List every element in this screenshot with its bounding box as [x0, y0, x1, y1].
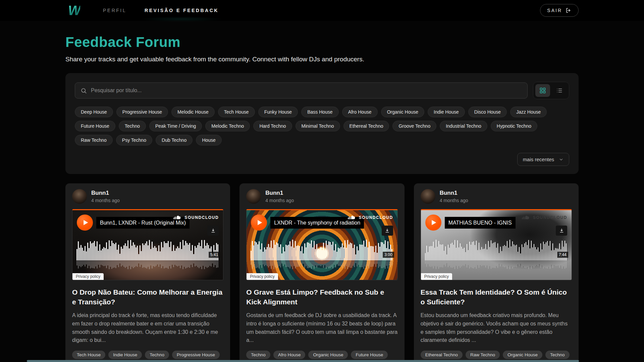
post-description: A ideia principal do track é forte, mas … [72, 311, 223, 345]
post-title[interactable]: O Grave Está Limpo? Feedback no Sub e Ki… [246, 288, 397, 307]
genre-filter-pill[interactable]: Organic House [381, 107, 424, 117]
genre-filter-pill[interactable]: Industrial Techno [440, 121, 487, 131]
genre-filter-pill[interactable]: Deep House [75, 107, 113, 117]
post-author[interactable]: Bunn1 [265, 190, 294, 196]
waveform[interactable] [425, 240, 568, 270]
top-nav: W PERFIL REVISÃO E FEEDBACK SAIR [0, 0, 644, 21]
list-view-button[interactable] [552, 84, 567, 97]
post-tag-pill[interactable]: Indie House [108, 351, 142, 359]
search-box [75, 82, 528, 99]
avatar[interactable] [72, 189, 87, 204]
nav-item-revisao-e-feedback[interactable]: REVISÃO E FEEDBACK [145, 4, 219, 16]
post-tag-pill[interactable]: Afro House [273, 351, 306, 359]
logo-glyph: W [68, 3, 80, 18]
genre-filter-pill[interactable]: Afro House [342, 107, 378, 117]
privacy-policy-link[interactable]: Privacy policy [72, 273, 104, 280]
genre-filter-pill[interactable]: Hypnotic Techno [491, 121, 537, 131]
logout-button[interactable]: SAIR [540, 4, 579, 17]
soundcloud-icon [173, 215, 182, 220]
soundcloud-wordmark: SOUNDCLOUD [359, 215, 393, 220]
genre-filter-pill[interactable]: Peak Time / Driving [149, 121, 202, 131]
soundcloud-brand[interactable]: SOUNDCLOUD [348, 215, 393, 220]
grid-icon [539, 87, 546, 94]
genre-filter-pill[interactable]: Indie House [428, 107, 465, 117]
soundcloud-icon [348, 215, 357, 220]
download-icon [559, 228, 564, 233]
genre-filter-pill[interactable]: Disco House [468, 107, 507, 117]
track-duration: 3:00 [383, 252, 394, 258]
play-button[interactable] [425, 215, 441, 231]
genre-filter-pill[interactable]: Dub Techno [156, 135, 193, 145]
post-tag-pill[interactable]: Tech House [72, 351, 105, 359]
avatar[interactable] [421, 189, 435, 204]
download-button[interactable] [382, 226, 393, 236]
soundcloud-brand[interactable]: SOUNDCLOUD [173, 215, 219, 220]
app-logo[interactable]: W [65, 2, 83, 19]
post-card: Bunn1 4 months ago Bunn1, LXNDR - Rust (… [65, 183, 230, 362]
post-tag-pill[interactable]: Techno [545, 351, 570, 359]
download-button[interactable] [207, 226, 219, 236]
view-toggle [533, 82, 569, 99]
post-tag-pill[interactable]: Future House [351, 351, 388, 359]
post-card: Bunn1 4 months ago LXNDR - The symphony … [239, 183, 404, 362]
post-author[interactable]: Bunn1 [440, 190, 468, 196]
post-author[interactable]: Bunn1 [91, 190, 120, 196]
genre-filter-pill[interactable]: Groove Techno [392, 121, 436, 131]
genre-filter-pill[interactable]: House [196, 135, 221, 145]
post-tag-pill[interactable]: Progressive House [172, 351, 220, 359]
privacy-policy-link[interactable]: Privacy policy [421, 273, 452, 280]
horizontal-scrollbar[interactable] [27, 360, 579, 362]
privacy-policy-link[interactable]: Privacy policy [247, 273, 278, 280]
list-icon [556, 87, 563, 94]
post-tag-pill[interactable]: Organic House [308, 351, 348, 359]
post-tag-pill[interactable]: Techno [246, 351, 270, 359]
track-title[interactable]: MATHIAS BUENO - IGNIS [445, 217, 516, 229]
download-icon [385, 228, 390, 233]
post-time: 4 months ago [91, 198, 120, 203]
post-tag-pill[interactable]: Organic House [503, 351, 542, 359]
post-tag-pill[interactable]: Techno [145, 351, 169, 359]
grid-view-button[interactable] [535, 84, 550, 97]
page-title: Feedback Forum [65, 34, 579, 50]
genre-filter-pill[interactable]: Tech House [218, 107, 255, 117]
post-time: 4 months ago [265, 198, 294, 203]
genre-filter-pill[interactable]: Melodic House [171, 107, 215, 117]
waveform[interactable] [76, 240, 219, 270]
post-title[interactable]: Essa Track Tem Identidade? O Som é Único… [421, 288, 572, 307]
soundcloud-wordmark: SOUNDCLOUD [533, 215, 567, 220]
avatar[interactable] [246, 189, 261, 204]
genre-filter-pill[interactable]: Psy Techno [116, 135, 152, 145]
genre-filter-pill[interactable]: Funky House [258, 107, 298, 117]
nav-links: PERFIL REVISÃO E FEEDBACK [103, 4, 219, 16]
soundcloud-embed: LXNDR - The symphony of radiation SOUNDC… [246, 209, 397, 280]
genre-filter-pill[interactable]: Future House [75, 121, 115, 131]
genre-filter-pill[interactable]: Minimal Techno [296, 121, 340, 131]
post-tag-pill[interactable]: Raw Techno [466, 351, 500, 359]
post-time: 4 months ago [440, 198, 468, 203]
genre-filter-pill[interactable]: Ethereal Techno [343, 121, 389, 131]
post-title[interactable]: O Drop Não Bateu: Como Melhorar a Energi… [72, 288, 223, 307]
play-button[interactable] [77, 215, 93, 231]
download-button[interactable] [556, 226, 567, 236]
posts-grid: Bunn1 4 months ago Bunn1, LXNDR - Rust (… [65, 183, 579, 362]
soundcloud-brand[interactable]: SOUNDCLOUD [522, 215, 567, 220]
track-duration: 5:41 [209, 252, 220, 258]
genre-filter-pill[interactable]: Progressive House [116, 107, 168, 117]
search-input[interactable] [91, 87, 522, 94]
sort-select[interactable]: mais recentes [517, 153, 569, 166]
genre-filter-pill[interactable]: Bass House [301, 107, 338, 117]
genre-filter-pill[interactable]: Jazz House [510, 107, 547, 117]
genre-filter-pill[interactable]: Techno [119, 121, 146, 131]
genre-filter-pill[interactable]: Raw Techno [75, 135, 113, 145]
genre-filter-pill[interactable]: Melodic Techno [205, 121, 250, 131]
genre-filter-pill[interactable]: Hard Techno [253, 121, 292, 131]
logout-icon [566, 7, 572, 13]
post-tag-pill[interactable]: Ethereal Techno [421, 351, 463, 359]
chevron-down-icon [559, 157, 564, 162]
soundcloud-embed: MATHIAS BUENO - IGNIS SOUNDCLOUD 7:44 [421, 209, 572, 280]
play-button[interactable] [251, 215, 267, 231]
waveform[interactable] [251, 240, 393, 270]
nav-item-perfil[interactable]: PERFIL [103, 4, 126, 16]
download-icon [211, 228, 216, 233]
post-tags: TechnoAfro HouseOrganic HouseFuture Hous… [246, 351, 397, 359]
